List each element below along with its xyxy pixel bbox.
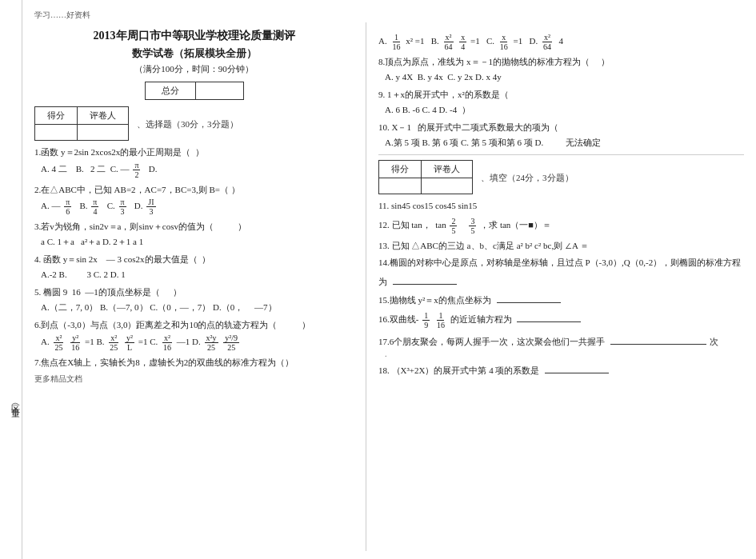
frac-1-9: 19 xyxy=(422,311,430,329)
q8: 8.顶点为原点，准线为 x＝－1的抛物线的标准方程为（ ） xyxy=(378,55,744,69)
q10-options: A.第 5 项 B. 第 6 项 C. 第 5 项和第 6 项 D. 无法确定 xyxy=(385,136,744,150)
q14-blank xyxy=(393,274,457,285)
section2-header: 得分 评卷人 、填空（24分，3分题） xyxy=(378,160,744,194)
frac-1-16: 116 xyxy=(390,33,402,51)
q15: 15.抛物线 y²＝x的焦点坐标为 xyxy=(378,292,744,307)
top-bar: 学习……好资料 xyxy=(22,8,756,22)
frac-pi3b: JI3 xyxy=(146,198,155,216)
score-col-r: 得分 xyxy=(379,161,422,178)
q6: 6.到点（-3,0）与点（3,0）距离差之和为10的点的轨迹方程为（ ） xyxy=(34,318,354,332)
frac-x25b: x²25 xyxy=(108,333,119,352)
doc-info: （满分100分，时间：90分钟） xyxy=(34,63,354,75)
q2-options: A. — π6 B. π4 C. π3 D. JI3 xyxy=(41,198,354,216)
frac-x4: x4 xyxy=(459,33,466,51)
left-strip: 区 市（ 量 xyxy=(0,0,22,559)
reviewer-val xyxy=(78,125,129,141)
col-left: 2013年周口市中等职业学校理论质量测评 数学试卷（拓展模块全册） （满分100… xyxy=(22,22,366,551)
right-formulas: A. 116 x² =1 B. x²64 x4 =1 C. x16 =1 D. … xyxy=(378,33,744,51)
q11: 11. sin45 cos15 cos45 sin15 xyxy=(378,199,744,213)
q17-note: . xyxy=(385,349,744,358)
frac-y9-25: y²/925 xyxy=(223,333,239,352)
score-val-r xyxy=(379,178,422,194)
q17-blank xyxy=(610,333,706,345)
two-col: 2013年周口市中等职业学校理论质量测评 数学试卷（拓展模块全册） （满分100… xyxy=(22,22,756,551)
q13: 13. 已知 △ABC的三边 a、b、c满足 a² b² c² bc,则 ∠A … xyxy=(378,239,744,253)
topbar-label: 学习……好资料 xyxy=(34,10,90,19)
q1-options: A. 4 二 B. 2 二 C. — π2 D. xyxy=(41,161,354,179)
q17: 17.6个朋友聚会，每两人握手一次，这次聚会他们一共握手 次 xyxy=(378,333,744,349)
section2-title: 、填空（24分，3分题） xyxy=(481,172,574,184)
frac-pi4: π4 xyxy=(91,198,98,216)
score-val xyxy=(35,125,78,141)
frac-2-5: 25 xyxy=(450,217,457,235)
q12: 12. 已知 tan， tan 25 35 ，求 tan（一■）＝ xyxy=(378,217,744,235)
doc-title: 2013年周口市中等职业学校理论质量测评 xyxy=(34,29,354,43)
total-score-value xyxy=(195,82,243,100)
left-strip-text: 区 市（ 量 xyxy=(10,397,22,402)
col-right: A. 116 x² =1 B. x²64 x4 =1 C. x16 =1 D. … xyxy=(366,22,756,551)
main-content: 学习……好资料 2013年周口市中等职业学校理论质量测评 数学试卷（拓展模块全册… xyxy=(22,0,756,559)
q16: 16.双曲线- 19 116 的近近轴方程为 xyxy=(378,311,744,329)
frac-1-16: 116 xyxy=(435,311,446,329)
q16-blank xyxy=(517,311,581,322)
divider xyxy=(378,154,744,155)
section1-header: 得分 评卷人 、选择题（30分，3分题） xyxy=(34,106,354,141)
q15-blank xyxy=(497,292,561,303)
frac-x2-64d: x²64 xyxy=(542,33,553,51)
q3: 3.若v为锐角，sin2v＝a，则sinv＋cosv的值为（ ） xyxy=(34,220,354,234)
frac-x2-64: x²64 xyxy=(443,33,454,51)
frac-x-16: x16 xyxy=(498,33,510,51)
frac-x25: x²25 xyxy=(53,333,64,352)
q4: 4. 函数 y＝sin 2x — 3 cos2x的最大值是（ ） xyxy=(34,253,354,266)
score-table-small-right: 得分 评卷人 xyxy=(378,160,473,194)
q7: 7.焦点在X轴上，实轴长为8，虚轴长为2的双曲线的标准方程为（） xyxy=(34,356,354,369)
frac-yL: y²L xyxy=(125,333,134,352)
total-score-area: 总分 xyxy=(34,82,354,100)
frac-x16: x²16 xyxy=(162,333,173,352)
q18: 18. （X³+2X）的展开式中第 4 项的系数是 xyxy=(378,362,744,377)
more-docs: 更多精品文档 xyxy=(34,373,354,385)
q8-options: A. y 4X B. y 4x C. y 2x D. x 4y xyxy=(385,70,744,85)
q4-options: A.-2 B. 3 C. 2 D. 1 xyxy=(41,268,354,282)
q3-options: a C. 1＋a a²＋a D. 2＋1 a 1 xyxy=(41,235,354,250)
q9: 9. 1＋x的展开式中，x²的系数是（ xyxy=(378,88,744,102)
doc-subtitle: 数学试卷（拓展模块全册） xyxy=(34,46,354,61)
reviewer-val-r xyxy=(422,178,473,194)
q14: 14.椭圆的对称中心是原点，对称轴是坐标轴，且过点 P（-3,0）,Q（0,-2… xyxy=(378,256,744,270)
total-score-label: 总分 xyxy=(145,82,195,100)
score-table-small: 得分 评卷人 xyxy=(34,106,129,141)
frac-pi2: π2 xyxy=(133,161,140,179)
section1-title: 、选择题（30分，3分题） xyxy=(137,118,238,130)
page-container: 区 市（ 量 学习……好资料 2013年周口市中等职业学校理论质量测评 数学试卷… xyxy=(0,0,756,559)
q5-options: A.（二，7, 0） B.（—7, 0） C.（0，—，7） D.（0， —7） xyxy=(41,301,354,315)
q6-options: A. x²25 y²16 =1 B. x²25 y²L =1 C. x²16 —… xyxy=(41,333,354,352)
frac-xy25: x²y25 xyxy=(205,333,218,352)
total-score-table: 总分 xyxy=(145,82,244,100)
q14b: 为 xyxy=(378,274,744,289)
footer-label: 更多精品文档 xyxy=(34,374,82,383)
reviewer-col-r: 评卷人 xyxy=(422,161,473,178)
frac-pi6: π6 xyxy=(64,198,71,216)
q5: 5. 椭圆 9 16 —1的顶点坐标是（ ） xyxy=(34,285,354,299)
q18-blank xyxy=(545,362,609,373)
score-col: 得分 xyxy=(35,107,78,125)
q9-options: A. 6 B. -6 C. 4 D. -4 ） xyxy=(385,103,744,118)
q2: 2.在△ABC中，已知 AB=2，AC=7，BC=3,则 B=（ ） xyxy=(34,183,354,197)
frac-3-5: 35 xyxy=(469,217,476,235)
reviewer-col: 评卷人 xyxy=(78,107,129,125)
frac-y16: y²16 xyxy=(70,333,81,352)
q1: 1.函数 y＝2sin 2xcos2x的最小正周期是（ ） xyxy=(34,146,354,159)
q10: 10. X－1 的展开式中二项式系数最大的项为（ xyxy=(378,121,744,134)
frac-pi3a: π3 xyxy=(119,198,126,216)
